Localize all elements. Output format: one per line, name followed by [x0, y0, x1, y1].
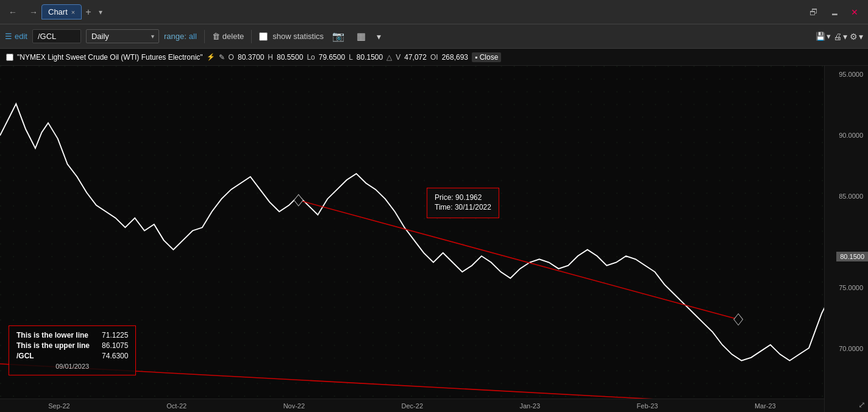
delete-icon: 🗑 — [212, 32, 220, 41]
time-label-dec22: Dec-22 — [402, 402, 423, 410]
settings-dropdown-icon: ▾ — [859, 32, 863, 41]
save-button[interactable]: 💾 ▾ — [816, 32, 831, 41]
low-label: Lo — [307, 53, 315, 62]
oi-value: 268,693 — [442, 53, 468, 62]
volume-label: V — [396, 53, 400, 62]
print-icon: 🖨 — [833, 32, 842, 41]
title-bar: ← → Chart × + ▾ 🗗 🗕 ✕ — [0, 0, 868, 24]
chart-tab[interactable]: Chart × — [41, 4, 82, 20]
tooltip-box: Price: 90.1962 Time: 30/11/2022 — [427, 188, 499, 218]
price-label-90: 90.0000 — [839, 132, 863, 139]
save-dropdown-icon: ▾ — [827, 32, 831, 41]
high-label: H — [268, 53, 273, 62]
range-all-button[interactable]: all — [189, 32, 197, 41]
time-label-feb23: Feb-23 — [637, 402, 658, 410]
close-window-button[interactable]: ✕ — [846, 5, 863, 20]
upper-line-label: This is the upper line — [16, 341, 90, 350]
settings-button[interactable]: ⚙ ▾ — [850, 32, 863, 41]
range-group: range: all — [164, 32, 197, 41]
tooltip-price-value: 90.1962 — [455, 193, 482, 202]
low-value: 79.6500 — [319, 53, 345, 62]
range-label: range: — [164, 32, 187, 41]
open-label: O — [229, 53, 234, 62]
price-label-70: 70.0000 — [839, 345, 863, 352]
edit-series-icon[interactable]: ✎ — [219, 53, 225, 62]
show-stats-label[interactable]: show statistics — [272, 32, 324, 41]
price-label-95: 95.0000 — [839, 71, 863, 78]
tooltip-price-row: Price: 90.1962 — [435, 193, 491, 202]
show-stats-checkbox[interactable] — [259, 32, 268, 41]
symbol-input[interactable] — [32, 29, 81, 43]
high-value: 80.5500 — [277, 53, 303, 62]
close-type-checkbox-icon: ▪ — [475, 53, 477, 62]
series-checkbox[interactable] — [6, 54, 13, 61]
statistics-box: This is the lower line 71.1225 This is t… — [9, 325, 136, 375]
tooltip-price-label: Price: — [435, 193, 454, 202]
tab-label: Chart — [48, 7, 68, 16]
print-button[interactable]: 🖨 ▾ — [833, 32, 847, 41]
edit-label: edit — [15, 32, 27, 41]
restore-button[interactable]: 🗗 — [805, 5, 823, 20]
window-controls-right: 🗗 🗕 ✕ — [805, 5, 863, 20]
last-value: 80.1500 — [357, 53, 383, 62]
edit-button[interactable]: ☰ edit — [5, 32, 27, 41]
chart-container[interactable]: 95.0000 90.0000 85.0000 80.1500 75.0000 … — [0, 66, 868, 412]
window-controls-left: ← → — [5, 5, 41, 20]
close-type-box: ▪ Close — [472, 52, 501, 62]
save-icon: 💾 — [816, 32, 825, 41]
settings-icon: ⚙ — [850, 32, 858, 41]
tooltip-time-label: Time: — [435, 203, 453, 211]
print-dropdown-icon: ▾ — [843, 32, 847, 41]
price-label-75: 75.0000 — [839, 284, 863, 291]
right-toolbar-tools: 💾 ▾ 🖨 ▾ ⚙ ▾ — [816, 32, 863, 41]
toolbar-dropdown-button[interactable]: ▾ — [374, 30, 383, 43]
tooltip-time-value: 30/11/2022 — [455, 203, 491, 211]
signal-icon: ⚡ — [207, 53, 215, 61]
symbol-value: 74.6300 — [102, 352, 128, 360]
volume-value: 47,072 — [404, 53, 427, 62]
close-tab-button[interactable]: × — [71, 9, 75, 16]
stats-row-upper: This is the upper line 86.1075 — [16, 341, 128, 350]
separator-2 — [251, 30, 252, 43]
time-axis: Sep-22 Oct-22 Nov-22 Dec-22 Jan-23 Feb-2… — [0, 399, 824, 412]
time-label-sep22: Sep-22 — [48, 402, 69, 410]
time-label-mar23: Mar-23 — [755, 402, 776, 410]
delta-label: △ — [386, 53, 392, 62]
delete-button[interactable]: 🗑 delete — [212, 32, 244, 41]
close-label: Close — [480, 53, 499, 62]
price-label-85: 85.0000 — [839, 193, 863, 200]
camera-button[interactable]: 📷 — [329, 29, 348, 43]
tab-dropdown-button[interactable]: ▾ — [95, 8, 106, 16]
stats-row-symbol: /GCL 74.6300 — [16, 352, 128, 360]
period-selector[interactable]: Daily Weekly Monthly — [86, 29, 159, 43]
bars-button[interactable]: ▦ — [353, 29, 369, 43]
info-bar: "NYMEX Light Sweet Crude Oil (WTI) Futur… — [0, 49, 868, 66]
time-label-jan23: Jan-23 — [519, 402, 540, 410]
back-button[interactable]: ← — [5, 5, 21, 20]
instrument-name: "NYMEX Light Sweet Crude Oil (WTI) Futur… — [17, 53, 203, 62]
current-price-label: 80.1500 — [836, 252, 868, 261]
stats-row-lower: This is the lower line 71.1225 — [16, 331, 128, 339]
upper-line-value: 86.1075 — [102, 341, 128, 350]
hamburger-icon: ☰ — [5, 32, 12, 41]
stats-date: 09/01/2023 — [16, 363, 128, 370]
symbol-label: /GCL — [16, 352, 34, 360]
open-value: 80.3700 — [238, 53, 264, 62]
lower-line-value: 71.1225 — [102, 331, 128, 339]
delete-label: delete — [222, 32, 244, 41]
time-label-oct22: Oct-22 — [166, 402, 187, 410]
price-axis: 95.0000 90.0000 85.0000 80.1500 75.0000 … — [824, 66, 868, 412]
last-label: L — [349, 53, 353, 62]
new-tab-button[interactable]: + — [82, 7, 94, 18]
toolbar: ☰ edit Daily Weekly Monthly range: all 🗑… — [0, 24, 868, 49]
tooltip-time-row: Time: 30/11/2022 — [435, 203, 491, 211]
separator-1 — [204, 30, 205, 43]
time-label-nov22: Nov-22 — [283, 402, 305, 410]
lower-line-label: This is the lower line — [16, 331, 88, 339]
minimize-button[interactable]: 🗕 — [825, 5, 844, 20]
resize-icon[interactable]: ⤢ — [858, 400, 866, 410]
forward-button[interactable]: → — [26, 5, 41, 20]
oi-label: OI — [430, 53, 438, 62]
period-selector-wrap: Daily Weekly Monthly — [86, 29, 159, 43]
